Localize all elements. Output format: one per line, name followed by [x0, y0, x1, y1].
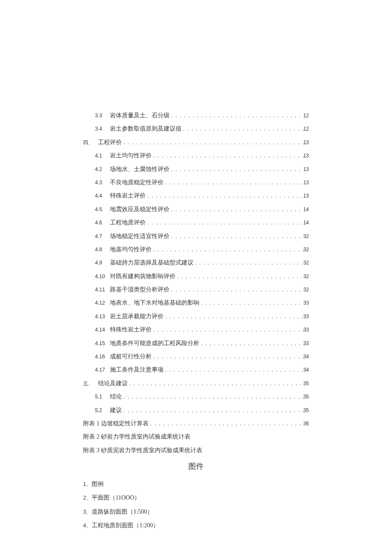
toc-entry-number: 4.1 — [95, 152, 110, 160]
toc-entry: 4.2场地水、土腐蚀性评价13 — [83, 165, 309, 174]
toc-entry-page: 36 — [303, 420, 309, 428]
toc-entry: 3.3岩体质量及土、石分级12 — [83, 111, 309, 120]
figure-item-number: 2、 — [83, 494, 92, 501]
toc-entry-page: 12 — [303, 125, 309, 133]
toc-entry-title: 不良地质稳定性评价 — [110, 178, 164, 187]
toc-entry-title: 岩土均匀性评价 — [110, 151, 152, 160]
toc-entry-page: 33 — [303, 313, 309, 321]
toc-entry-page: 14 — [303, 219, 309, 227]
toc-leader-dots — [122, 393, 303, 401]
toc-leader-dots — [176, 273, 303, 281]
toc-entry-title: 岩体质量及土、石分级 — [110, 111, 170, 120]
toc-entry: 五、结论及建议35 — [83, 379, 309, 388]
toc-leader-dots — [149, 420, 303, 428]
figure-item-number: 3、 — [83, 509, 92, 515]
toc-entry-title: 地基均匀性评价 — [110, 245, 152, 254]
toc-entry-page: 13 — [303, 166, 309, 174]
toc-leader-dots — [170, 166, 303, 174]
toc-entry-page: 14 — [303, 206, 309, 214]
toc-entry: 4.6工程地质评价14 — [83, 218, 309, 227]
toc-entry-number: 4.16 — [95, 353, 110, 361]
toc-entry-title: 附表 1 边坡稳定性计算表 — [83, 419, 149, 428]
toc-entry-title: 工程地质评价 — [110, 218, 146, 227]
figure-item-number: 4、 — [83, 522, 92, 529]
toc-entry-title: 成桩可行性分析 — [110, 352, 152, 361]
figure-list-item: 2、平面图（11OOO） — [83, 493, 309, 503]
toc-entry: 4.8地基均匀性评价32 — [83, 245, 309, 254]
toc-entry-page: 33 — [303, 340, 309, 348]
toc-entry-number: 4.2 — [95, 166, 110, 174]
toc-leader-dots — [170, 286, 303, 294]
toc-entry: 3.4岩土参数取值原则及建议值12 — [83, 124, 309, 134]
toc-entry-page: 35 — [303, 407, 309, 415]
figure-item-number: 1、 — [83, 481, 92, 487]
toc-entry-number: 4.6 — [95, 219, 110, 227]
toc-entry: 5.2建议35 — [83, 406, 309, 415]
toc-entry-title: 地表水、地下水对地基基础的影响 — [110, 298, 199, 308]
figure-item-title: 图例 — [92, 481, 104, 487]
toc-leader-dots — [199, 340, 303, 348]
toc-leader-dots — [152, 326, 303, 334]
toc-entry-title: 场地水、土腐蚀性评价 — [110, 165, 170, 174]
toc-entry-number: 五、 — [83, 380, 98, 388]
toc-leader-dots — [170, 206, 303, 214]
toc-entry-number: 4.9 — [95, 259, 110, 267]
toc-entry-page: 32 — [303, 259, 309, 267]
toc-entry-title: 工程评价 — [98, 138, 122, 147]
toc-entry-number: 4.7 — [95, 232, 110, 241]
figure-item-title: 道路纵剖面图（1:500） — [92, 509, 153, 515]
toc-entry-number: 4.5 — [95, 206, 110, 214]
toc-entry-number: 3.4 — [95, 125, 110, 133]
toc-leader-dots — [164, 366, 303, 374]
toc-entry-title: 附表 3 砂质泥岩力学性质室内试验成果统计表 — [83, 446, 202, 455]
figure-list-item: 4、工程地质剖面图（1:200） — [83, 521, 309, 530]
toc-entry-number: 4.13 — [95, 313, 110, 321]
toc-entry: 附表 2 砂岩力学性质室内试验成果统计表 — [83, 432, 309, 442]
toc-entry-title: 结论 — [110, 392, 122, 401]
toc-leader-dots — [128, 380, 303, 388]
toc-entry-number: 4.14 — [95, 326, 110, 334]
toc-entry-title: 地质条件可能造成的工程风险分析 — [110, 339, 199, 348]
toc-entry-title: 地震效应及稳定性评价 — [110, 205, 170, 214]
toc-entry-page: 34 — [303, 366, 309, 374]
toc-entry: 附表 3 砂质泥岩力学性质室内试验成果统计表 — [83, 446, 309, 455]
toc-entry: 4.3不良地质稳定性评价13 — [83, 178, 309, 187]
toc-entry: 4.9基础持力层选择及基础型式建议32 — [83, 258, 309, 267]
figures-section-title: 图件 — [83, 460, 309, 473]
toc-entry-title: 建议 — [110, 406, 122, 415]
toc-entry-number: 4.3 — [95, 179, 110, 187]
toc-entry: 4.7场地稳定性适宜性评价32 — [83, 232, 309, 241]
toc-entry: 4.14特殊性岩土评价33 — [83, 325, 309, 334]
toc-entry-number: 4.11 — [95, 286, 110, 294]
toc-entry-title: 路基干湿类型分析评价 — [110, 285, 170, 294]
toc-entry-title: 特殊性岩土评价 — [110, 325, 152, 334]
figure-item-title: 工程地质剖面图（1:200） — [92, 522, 159, 529]
toc-entry-page: 32 — [303, 246, 309, 254]
figure-list-item: 1、图例 — [83, 479, 309, 489]
toc-leader-dots — [146, 192, 303, 200]
figure-item-title: 平面图（11OOO） — [92, 494, 140, 501]
toc-entry-page: 13 — [303, 192, 309, 200]
toc-entry-page: 32 — [303, 273, 309, 281]
toc-entry-page: 13 — [303, 152, 309, 160]
toc-entry-page: 13 — [303, 179, 309, 187]
toc-entry-page: 33 — [303, 326, 309, 334]
toc-entry-number: 4.10 — [95, 273, 110, 281]
toc-entry-page: 32 — [303, 286, 309, 294]
toc-entry-title: 对既有建构筑物影响评价 — [110, 272, 176, 281]
toc-entry-page: 35 — [303, 380, 309, 388]
toc-entry-title: 结论及建议 — [98, 379, 128, 388]
toc-entry: 4.16成桩可行性分析34 — [83, 352, 309, 361]
toc-entry-number: 3.3 — [95, 112, 110, 120]
toc-entry-title: 岩土层承载能力评价 — [110, 312, 164, 321]
figures-list: 1、图例2、平面图（11OOO）3、道路纵剖面图（1:500）4、工程地质剖面图… — [83, 479, 309, 531]
toc-leader-dots — [164, 313, 303, 321]
toc-entry-number: 5.1 — [95, 393, 110, 401]
toc-entry-title: 施工条件及注意事项 — [110, 365, 164, 375]
toc-entry-title: 岩土参数取值原则及建议值 — [110, 124, 182, 134]
toc-entry-title: 附表 2 砂岩力学性质室内试验成果统计表 — [83, 432, 190, 442]
toc-entry-title: 基础持力层选择及基础型式建议 — [110, 258, 193, 267]
toc-entry-number: 4.8 — [95, 246, 110, 254]
toc-leader-dots — [170, 232, 303, 241]
toc-entry: 4.1岩土均匀性评价13 — [83, 151, 309, 160]
